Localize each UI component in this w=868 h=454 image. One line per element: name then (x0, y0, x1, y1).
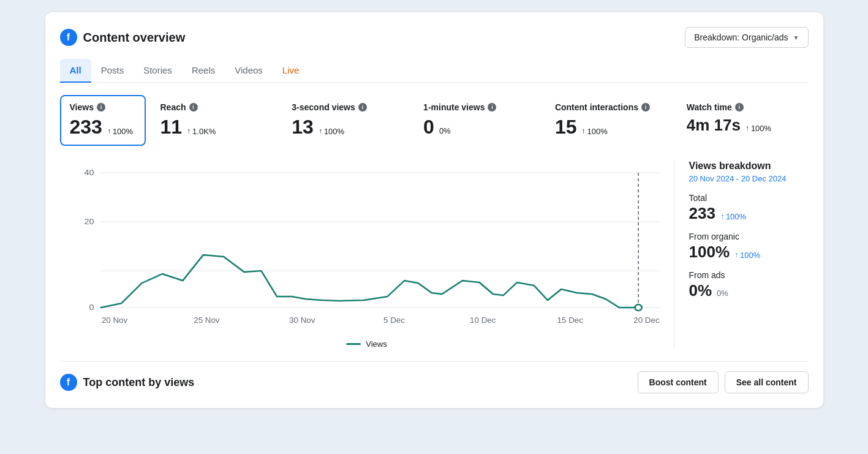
title-group: f Content overview (60, 29, 186, 46)
metric-3sec-value-row: 13 ↑ 100% (292, 116, 403, 138)
breakdown-organic-value: 100% (689, 243, 730, 262)
svg-text:0: 0 (89, 303, 94, 312)
metric-reach-value-row: 11 ↑ 1.0K% (160, 116, 272, 138)
footer-buttons: Boost content See all content (638, 371, 809, 393)
metric-watchtime-value: 4m 17s (687, 116, 741, 135)
metric-reach-value: 11 (160, 116, 183, 138)
legend-label: Views (366, 339, 387, 349)
metric-watchtime-value-row: 4m 17s ↑ 100% (687, 116, 798, 135)
tab-live[interactable]: Live (273, 59, 309, 83)
info-icon[interactable]: i (189, 103, 198, 112)
metric-reach-change: ↑ 1.0K% (187, 127, 216, 136)
breakdown-organic-change: ↑ 100% (734, 251, 760, 260)
svg-text:20 Nov: 20 Nov (101, 317, 127, 325)
metric-3sec-label: 3-second views i (292, 102, 403, 112)
svg-text:30 Nov: 30 Nov (289, 317, 315, 325)
metric-views-change: ↑ 100% (107, 127, 133, 136)
breakdown-ads: From ads 0% 0% (689, 270, 809, 300)
breakdown-organic-val-row: 100% ↑ 100% (689, 243, 809, 262)
metric-1min-change: 0% (439, 126, 451, 135)
metric-1min-label: 1-minute views i (423, 102, 535, 112)
svg-text:25 Nov: 25 Nov (194, 317, 220, 325)
facebook-icon-footer: f (60, 374, 77, 391)
metrics-row: Views i 233 ↑ 100% Reach i 11 ↑ 1.0K (60, 95, 809, 146)
tab-posts[interactable]: Posts (91, 59, 134, 83)
arrow-up-icon: ↑ (187, 127, 191, 135)
breakdown-ads-change: 0% (717, 289, 728, 298)
metric-3sec-views[interactable]: 3-second views i 13 ↑ 100% (282, 95, 413, 146)
breakdown-title: Views breakdown (689, 161, 809, 172)
right-panel: Views breakdown 20 Nov 2024 - 20 Dec 202… (674, 161, 809, 349)
metric-1min-views[interactable]: 1-minute views i 0 0% (413, 95, 545, 146)
metric-3sec-value: 13 (292, 116, 314, 138)
info-icon[interactable]: i (641, 103, 650, 112)
info-icon[interactable]: i (358, 103, 367, 112)
breakdown-ads-value: 0% (689, 281, 712, 300)
breakdown-total-change: ↑ 100% (720, 212, 746, 221)
arrow-up-icon: ↑ (745, 124, 749, 132)
metric-interactions-value: 15 (555, 116, 577, 138)
info-icon[interactable]: i (488, 103, 496, 112)
chart-container: 40 20 0 20 Nov 25 Nov 30 Nov 5 Dec 10 De… (60, 161, 674, 349)
svg-text:10 Dec: 10 Dec (470, 317, 496, 325)
metric-watchtime-label: Watch time i (687, 102, 798, 112)
breakdown-total: Total 233 ↑ 100% (689, 193, 809, 223)
breakdown-total-val-row: 233 ↑ 100% (689, 204, 809, 223)
chevron-down-icon: ▼ (793, 34, 799, 41)
chart-svg: 40 20 0 20 Nov 25 Nov 30 Nov 5 Dec 10 De… (60, 161, 674, 332)
tab-stories[interactable]: Stories (134, 59, 182, 83)
metric-reach[interactable]: Reach i 11 ↑ 1.0K% (151, 95, 282, 146)
footer-title-group: f Top content by views (60, 374, 195, 391)
tab-all[interactable]: All (60, 59, 91, 83)
arrow-up-icon: ↑ (734, 251, 738, 259)
tabs-row: All Posts Stories Reels Videos Live (60, 59, 809, 83)
breakdown-total-value: 233 (689, 204, 715, 223)
chart-legend: Views (60, 339, 674, 349)
breakdown-ads-label: From ads (689, 270, 809, 280)
metric-1min-value: 0 (423, 116, 434, 138)
svg-text:5 Dec: 5 Dec (383, 317, 406, 325)
arrow-up-icon: ↑ (581, 127, 585, 135)
page-title: Content overview (83, 31, 186, 45)
metric-interactions-label: Content interactions i (555, 102, 666, 112)
info-icon[interactable]: i (97, 103, 105, 112)
metric-interactions-value-row: 15 ↑ 100% (555, 116, 666, 138)
breakdown-total-label: Total (689, 193, 809, 203)
boost-content-button[interactable]: Boost content (638, 371, 719, 393)
metric-content-interactions[interactable]: Content interactions i 15 ↑ 100% (545, 95, 677, 146)
info-icon[interactable]: i (735, 103, 744, 112)
breakdown-button[interactable]: Breakdown: Organic/ads ▼ (685, 27, 808, 48)
arrow-up-icon: ↑ (107, 127, 111, 135)
svg-text:20 Dec: 20 Dec (633, 317, 660, 325)
svg-text:40: 40 (84, 168, 94, 177)
content-overview-card: f Content overview Breakdown: Organic/ad… (45, 12, 823, 408)
svg-text:20: 20 (84, 218, 94, 226)
arrow-up-icon: ↑ (720, 212, 724, 221)
breakdown-ads-val-row: 0% 0% (689, 281, 809, 300)
metric-views-value-row: 233 ↑ 100% (70, 116, 136, 138)
breakdown-organic-label: From organic (689, 232, 809, 241)
metric-views-value: 233 (70, 116, 102, 138)
arrow-up-icon: ↑ (319, 127, 322, 135)
metric-reach-label: Reach i (160, 102, 272, 112)
tab-reels[interactable]: Reels (182, 59, 225, 83)
chart-section: 40 20 0 20 Nov 25 Nov 30 Nov 5 Dec 10 De… (60, 161, 809, 349)
see-all-content-button[interactable]: See all content (725, 371, 809, 393)
metric-views-label: Views i (70, 102, 136, 112)
svg-text:15 Dec: 15 Dec (557, 317, 583, 325)
footer-title: Top content by views (83, 376, 195, 389)
metric-interactions-change: ↑ 100% (581, 127, 607, 136)
tab-videos[interactable]: Videos (225, 59, 273, 83)
metric-views[interactable]: Views i 233 ↑ 100% (60, 95, 146, 146)
legend-line (346, 343, 361, 345)
metric-watch-time[interactable]: Watch time i 4m 17s ↑ 100% (677, 95, 809, 142)
metric-3sec-change: ↑ 100% (319, 127, 344, 136)
breakdown-label: Breakdown: Organic/ads (694, 32, 788, 42)
svg-point-8 (635, 305, 641, 311)
facebook-icon: f (60, 29, 77, 46)
breakdown-date: 20 Nov 2024 - 20 Dec 2024 (689, 174, 809, 183)
breakdown-organic: From organic 100% ↑ 100% (689, 232, 809, 262)
card-header: f Content overview Breakdown: Organic/ad… (60, 27, 809, 48)
card-footer: f Top content by views Boost content See… (60, 361, 809, 393)
metric-watchtime-change: ↑ 100% (745, 124, 771, 133)
